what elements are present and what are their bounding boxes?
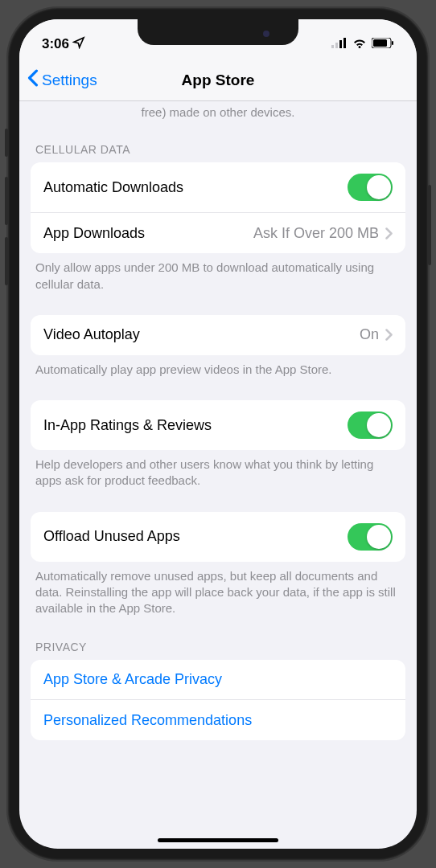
section-header-privacy: PRIVACY [19,626,417,660]
svg-rect-6 [392,41,393,45]
section-header-cellular: CELLULAR DATA [19,129,417,162]
battery-icon [372,37,394,51]
row-automatic-downloads[interactable]: Automatic Downloads [31,162,405,213]
svg-rect-0 [331,45,334,48]
cellular-signal-icon [331,37,348,51]
svg-rect-5 [373,39,387,47]
back-label: Settings [42,72,97,89]
wifi-icon [352,37,367,51]
toggle-offload-unused[interactable] [348,523,393,551]
svg-rect-2 [339,40,342,48]
chevron-right-icon [385,227,393,240]
row-personalized-recs[interactable]: Personalized Recommendations [31,700,405,740]
row-value: On [360,326,379,343]
section-footer-ratings: Help developers and other users know wha… [19,450,417,499]
row-label: Automatic Downloads [43,179,183,196]
back-button[interactable]: Settings [27,69,97,91]
row-label: Offload Unused Apps [43,528,180,545]
nav-header: Settings App Store [19,59,417,101]
chevron-left-icon [27,69,39,91]
row-app-downloads[interactable]: App Downloads Ask If Over 200 MB [31,213,405,253]
svg-rect-1 [335,43,338,48]
home-indicator[interactable] [158,838,278,842]
status-time: 3:06 [42,36,69,52]
chevron-right-icon [385,329,393,341]
section-footer-cellular: Only allow apps under 200 MB to download… [19,253,417,302]
row-video-autoplay[interactable]: Video Autoplay On [31,315,405,355]
row-label: App Downloads [43,225,145,242]
row-label: Video Autoplay [43,326,140,343]
row-label: In-App Ratings & Reviews [43,417,212,434]
toggle-ratings-reviews[interactable] [348,411,393,439]
overflow-footer-text: free) made on other devices. [19,101,417,129]
settings-content[interactable]: free) made on other devices. CELLULAR DA… [19,101,417,849]
svg-rect-3 [343,38,346,48]
row-label: App Store & Arcade Privacy [43,671,222,688]
toggle-automatic-downloads[interactable] [348,174,393,201]
row-appstore-privacy[interactable]: App Store & Arcade Privacy [31,660,405,700]
section-footer-offload: Automatically remove unused apps, but ke… [19,562,417,627]
row-value: Ask If Over 200 MB [253,225,379,242]
row-ratings-reviews[interactable]: In-App Ratings & Reviews [31,400,405,450]
section-footer-video: Automatically play app preview videos in… [19,355,417,387]
page-title: App Store [182,72,255,89]
row-offload-unused[interactable]: Offload Unused Apps [31,512,405,562]
row-label: Personalized Recommendations [43,712,252,729]
location-icon [72,36,85,53]
